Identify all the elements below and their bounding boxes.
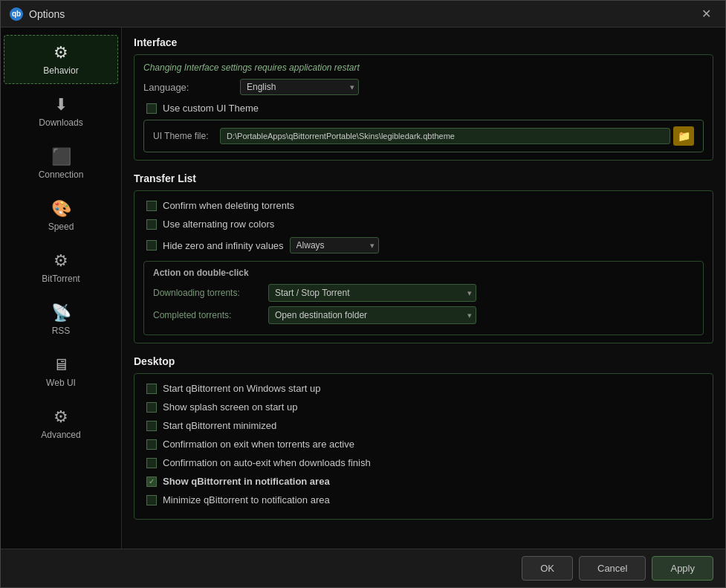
custom-theme-row: Use custom UI Theme <box>143 101 704 115</box>
downloading-select-wrapper: Start / Stop Torrent Open destination fo… <box>268 284 476 302</box>
minimize-to-tray-label: Minimize qBittorrent to notification are… <box>163 494 330 505</box>
sidebar-label-connection: Connection <box>39 169 84 180</box>
sidebar-label-webui: Web UI <box>46 378 76 388</box>
sidebar-label-bittorrent: BitTorrent <box>42 274 80 284</box>
action-double-click-box: Action on double-click Downloading torre… <box>143 261 704 335</box>
sidebar-label-behavior: Behavior <box>43 65 78 76</box>
exit-confirm-checkbox[interactable] <box>146 439 157 450</box>
custom-theme-label: Use custom UI Theme <box>163 103 259 114</box>
alternating-rows-row: Use alternating row colors <box>143 217 704 231</box>
hide-zero-select[interactable]: Always Never When inactive <box>290 237 379 253</box>
confirm-delete-label: Confirm when deleting torrents <box>163 200 294 211</box>
hide-zero-checkbox[interactable] <box>146 240 157 251</box>
sidebar-label-downloads: Downloads <box>39 117 82 128</box>
interface-header: Interface <box>134 36 713 48</box>
desktop-item-5: Show qBittorrent in notification area <box>143 474 704 488</box>
interface-section: Interface Changing Interface settings re… <box>134 36 713 161</box>
notification-area-checkbox[interactable] <box>146 476 157 487</box>
content-area: Interface Changing Interface settings re… <box>122 28 725 549</box>
auto-exit-label: Confirmation on auto-exit when downloads… <box>163 457 371 468</box>
desktop-header: Desktop <box>134 355 713 367</box>
transfer-list-section: Transfer List Confirm when deleting torr… <box>134 172 713 343</box>
sidebar-item-speed[interactable]: 🎨 Speed <box>4 191 118 240</box>
alternating-rows-checkbox[interactable] <box>146 219 157 230</box>
interface-box: Changing Interface settings requires app… <box>134 54 713 161</box>
title-bar: qb Options ✕ <box>1 1 725 28</box>
completed-action-row: Completed torrents: Open destination fol… <box>153 306 694 324</box>
close-button[interactable]: ✕ <box>696 4 716 25</box>
desktop-item-1: Show splash screen on start up <box>143 400 704 414</box>
exit-confirm-label: Confirmation on exit when torrents are a… <box>163 439 354 450</box>
language-label: Language: <box>143 82 240 93</box>
hide-zero-label: Hide zero and infinity values <box>163 240 284 251</box>
cancel-button[interactable]: Cancel <box>579 556 646 581</box>
desktop-section: Desktop Start qBittorrent on Windows sta… <box>134 355 713 520</box>
completed-label: Completed torrents: <box>153 310 268 320</box>
desktop-item-0: Start qBittorrent on Windows start up <box>143 381 704 395</box>
desktop-item-3: Confirmation on exit when torrents are a… <box>143 437 704 451</box>
auto-exit-checkbox[interactable] <box>146 458 157 468</box>
theme-file-row: UI Theme file: 📁 <box>153 126 694 146</box>
confirm-delete-checkbox[interactable] <box>146 201 157 211</box>
sidebar-item-bittorrent[interactable]: ⚙ BitTorrent <box>4 243 118 292</box>
sidebar-item-webui[interactable]: 🖥 Web UI <box>4 347 118 396</box>
language-select-wrapper: English Français Deutsch Español 中文 <box>240 79 359 95</box>
minimize-to-tray-checkbox[interactable] <box>146 495 157 505</box>
theme-file-label: UI Theme file: <box>153 131 220 141</box>
speed-icon: 🎨 <box>51 199 71 219</box>
scroll-area: Interface Changing Interface settings re… <box>122 28 725 549</box>
action-title: Action on double-click <box>153 268 694 278</box>
completed-select[interactable]: Open destination folder Start / Stop Tor… <box>268 306 476 324</box>
sidebar-item-downloads[interactable]: ⬇ Downloads <box>4 87 118 136</box>
minimized-label: Start qBittorrent minimized <box>163 420 276 431</box>
sidebar-item-advanced[interactable]: ⚙ Advanced <box>4 399 118 448</box>
folder-browse-button[interactable]: 📁 <box>673 126 694 146</box>
theme-file-input[interactable] <box>220 128 670 144</box>
sidebar-item-behavior[interactable]: ⚙ Behavior <box>4 35 118 84</box>
minimized-checkbox[interactable] <box>146 421 157 431</box>
sidebar-label-speed: Speed <box>48 222 74 232</box>
desktop-item-2: Start qBittorrent minimized <box>143 419 704 433</box>
sidebar-item-rss[interactable]: 📡 RSS <box>4 295 118 344</box>
alternating-rows-label: Use alternating row colors <box>163 219 274 230</box>
downloading-label: Downloading torrents: <box>153 288 268 298</box>
options-dialog: qb Options ✕ ⚙ Behavior ⬇ Downloads ⬛ Co… <box>0 0 726 588</box>
splash-checkbox[interactable] <box>146 402 157 413</box>
sidebar-label-rss: RSS <box>52 326 71 336</box>
desktop-item-6: Minimize qBittorrent to notification are… <box>143 493 704 507</box>
apply-button[interactable]: Apply <box>652 556 713 581</box>
confirm-delete-row: Confirm when deleting torrents <box>143 198 704 213</box>
custom-theme-box: UI Theme file: 📁 <box>143 120 704 152</box>
connection-icon: ⬛ <box>51 147 71 167</box>
restart-notice: Changing Interface settings requires app… <box>143 62 704 73</box>
notification-area-label: Show qBittorrent in notification area <box>163 476 330 487</box>
desktop-box: Start qBittorrent on Windows start up Sh… <box>134 373 713 520</box>
startup-checkbox[interactable] <box>146 384 157 394</box>
splash-label: Show splash screen on start up <box>163 401 297 413</box>
completed-select-wrapper: Open destination folder Start / Stop Tor… <box>268 306 476 324</box>
desktop-item-4: Confirmation on auto-exit when downloads… <box>143 456 704 470</box>
ok-button[interactable]: OK <box>522 556 573 581</box>
behavior-icon: ⚙ <box>54 43 68 62</box>
hide-zero-row: Hide zero and infinity values Always Nev… <box>143 236 704 255</box>
footer: OK Cancel Apply <box>1 549 725 587</box>
app-icon: qb <box>10 7 23 21</box>
window-title: Options <box>29 8 696 20</box>
transfer-list-box: Confirm when deleting torrents Use alter… <box>134 190 713 343</box>
downloading-select[interactable]: Start / Stop Torrent Open destination fo… <box>268 284 476 302</box>
rss-icon: 📡 <box>51 303 71 323</box>
downloads-icon: ⬇ <box>54 95 68 114</box>
transfer-list-header: Transfer List <box>134 172 713 184</box>
custom-theme-checkbox[interactable] <box>146 103 157 114</box>
advanced-icon: ⚙ <box>54 407 68 427</box>
sidebar: ⚙ Behavior ⬇ Downloads ⬛ Connection 🎨 Sp… <box>1 28 122 549</box>
hide-zero-select-wrapper: Always Never When inactive <box>290 237 379 253</box>
downloading-action-row: Downloading torrents: Start / Stop Torre… <box>153 284 694 302</box>
startup-label: Start qBittorrent on Windows start up <box>163 383 320 394</box>
sidebar-item-connection[interactable]: ⬛ Connection <box>4 139 118 188</box>
webui-icon: 🖥 <box>53 355 69 375</box>
language-row: Language: English Français Deutsch Españ… <box>143 79 704 95</box>
main-content: ⚙ Behavior ⬇ Downloads ⬛ Connection 🎨 Sp… <box>1 28 725 549</box>
bittorrent-icon: ⚙ <box>54 251 68 271</box>
language-select[interactable]: English Français Deutsch Español 中文 <box>240 79 359 95</box>
